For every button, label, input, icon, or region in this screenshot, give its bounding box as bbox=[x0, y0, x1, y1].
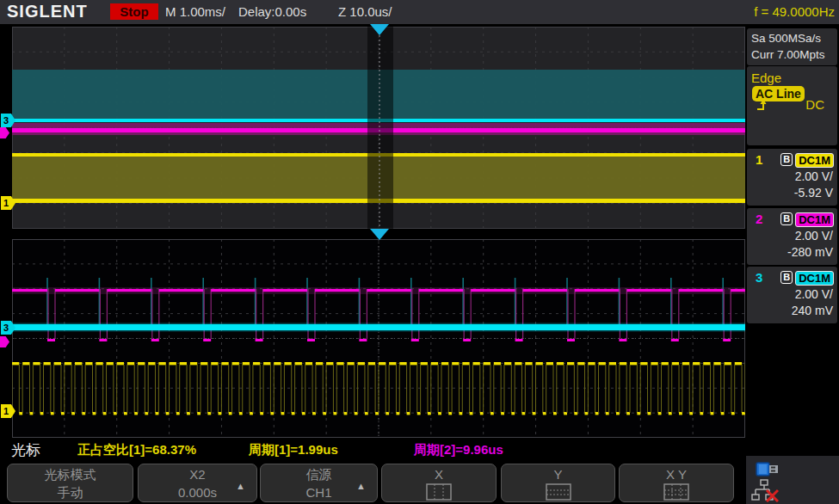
channel3-info-box[interactable]: 3 BDC1M 2.00 V/ 240 mV bbox=[747, 267, 837, 323]
softkey-x-cursor[interactable]: X bbox=[381, 464, 497, 502]
softkey-value: 手动 bbox=[8, 483, 133, 501]
up-arrow-icon: ▲ bbox=[236, 477, 245, 495]
bandwidth-limit-badge: B bbox=[780, 271, 793, 284]
channel-scale: 2.00 V/ bbox=[795, 287, 833, 301]
trigger-coupling: DC bbox=[805, 97, 824, 112]
softkey-label: 光标模式 bbox=[8, 465, 133, 483]
x-cursor-icon bbox=[423, 483, 455, 501]
softkey-xy-cursor[interactable]: X Y bbox=[619, 464, 734, 502]
measurement-period-ch1: 周期[1]=1.99us bbox=[249, 442, 338, 458]
measurement-period-ch2: 周期[2]=9.96us bbox=[414, 442, 503, 458]
softkey-x2[interactable]: X2 0.000s ▲ bbox=[138, 464, 257, 502]
acquisition-info-box: Sa 500MSa/s Curr 7.00Mpts bbox=[747, 28, 837, 65]
main-window-waveform bbox=[12, 27, 745, 229]
top-status-bar: SIGLENT Stop M 1.00ms/ Delay:0.00s Z 10.… bbox=[0, 0, 839, 24]
coupling-badge: DC1M bbox=[795, 271, 834, 286]
channel-offset: 240 mV bbox=[792, 304, 833, 317]
channel-number: 3 bbox=[756, 270, 762, 285]
lan-disconnected-icon bbox=[751, 479, 780, 502]
main-timebase[interactable]: M 1.00ms/ bbox=[165, 4, 225, 19]
channel1-info-box[interactable]: 1 BDC1M 2.00 V/ -5.92 V bbox=[747, 149, 837, 206]
channel-scale: 2.00 V/ bbox=[795, 169, 833, 183]
trigger-delay[interactable]: Delay:0.00s bbox=[238, 4, 306, 19]
acquisition-status-badge[interactable]: Stop bbox=[110, 3, 158, 20]
channel-marker-2[interactable] bbox=[0, 336, 9, 347]
channel2-info-box[interactable]: 2 BDC1M 2.00 V/ -280 mV bbox=[747, 208, 837, 265]
channel-offset: -280 mV bbox=[787, 245, 833, 259]
bandwidth-limit-badge: B bbox=[780, 153, 793, 166]
cursor-title: 光标 bbox=[11, 440, 40, 460]
memory-depth: Curr 7.00Mpts bbox=[751, 46, 837, 63]
usb-device-icon bbox=[756, 462, 781, 476]
zoom-window bbox=[12, 239, 745, 438]
softkey-cursor-mode[interactable]: 光标模式 手动 bbox=[7, 464, 133, 502]
channel-offset: -5.92 V bbox=[794, 186, 833, 200]
softkey-y-cursor[interactable]: Y bbox=[501, 464, 615, 502]
channel-number: 2 bbox=[756, 212, 762, 226]
softkey-source[interactable]: 信源 CH1 ▲ bbox=[260, 464, 378, 502]
trigger-info-box[interactable]: EdgeAC Line DC bbox=[747, 66, 837, 145]
bandwidth-limit-badge: B bbox=[780, 212, 793, 225]
up-arrow-icon: ▲ bbox=[356, 477, 366, 495]
channel-marker-2[interactable] bbox=[0, 127, 9, 138]
trigger-mode-label: Edge bbox=[751, 71, 781, 85]
zoom-window-waveform bbox=[12, 239, 745, 438]
oscilloscope-screen: SIGLENT Stop M 1.00ms/ Delay:0.00s Z 10.… bbox=[0, 0, 839, 504]
rising-edge-icon bbox=[756, 95, 774, 113]
xy-cursor-icon bbox=[660, 483, 693, 501]
sample-rate: Sa 500MSa/s bbox=[751, 30, 837, 46]
coupling-badge: DC1M bbox=[795, 212, 834, 227]
channel-number: 1 bbox=[756, 152, 762, 167]
measurement-duty-ch1: 正占空比[1]=68.37% bbox=[77, 442, 196, 458]
zoom-timebase[interactable]: Z 10.0us/ bbox=[338, 4, 392, 19]
measurement-bar: 光标 正占空比[1]=68.37% 周期[1]=1.99us 周期[2]=9.9… bbox=[0, 438, 745, 462]
sidebar: Sa 500MSa/s Curr 7.00Mpts EdgeAC Line DC… bbox=[746, 24, 839, 504]
main-window bbox=[12, 27, 745, 229]
frequency-counter: f = 49.0000Hz bbox=[754, 4, 835, 19]
y-cursor-icon bbox=[542, 483, 575, 501]
status-icon-corner bbox=[746, 456, 839, 504]
softkey-label: Y bbox=[502, 465, 614, 483]
channel-scale: 2.00 V/ bbox=[795, 229, 833, 243]
softkey-label: X Y bbox=[620, 465, 733, 483]
coupling-badge: DC1M bbox=[795, 153, 834, 168]
softkey-label: X bbox=[382, 465, 496, 483]
brand-logo: SIGLENT bbox=[7, 2, 88, 22]
